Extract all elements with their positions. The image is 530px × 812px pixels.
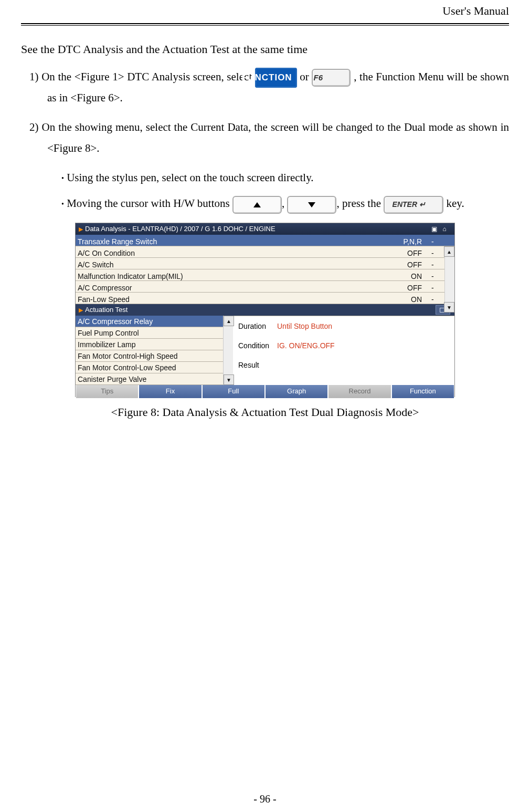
page: User's Manual See the DTC Analysis and t… [0, 0, 530, 812]
camera-icon[interactable]: ▣ [430, 225, 438, 233]
step-1: 1) On the <Figure 1> DTC Analysis screen… [21, 67, 509, 109]
table-row[interactable]: A/C Switch OFF - [76, 258, 454, 269]
result-label: Result [238, 358, 277, 372]
function-button[interactable]: FUNCTION [255, 68, 297, 88]
tab-tips[interactable]: Tips [76, 385, 139, 398]
arrow-up-icon [253, 202, 261, 207]
tab-graph[interactable]: Graph [265, 385, 328, 398]
duration-value: Until Stop Button [277, 319, 450, 334]
table-row[interactable]: Transaxle Range Switch P,N,R - [76, 235, 454, 246]
arrow-down-key[interactable] [287, 196, 336, 214]
scroll-down-button[interactable]: ▼ [224, 374, 234, 385]
tab-fix[interactable]: Fix [139, 385, 202, 398]
item-label: Canister Purge Valve [78, 372, 146, 387]
list-item[interactable]: Canister Purge Valve [76, 373, 232, 385]
scroll-up-button[interactable]: ▲ [224, 316, 234, 326]
arrow-down-icon [308, 202, 315, 207]
bullet-1: • Using the stylus pen, select on the to… [21, 168, 509, 189]
arrow-up-key[interactable] [232, 196, 282, 214]
result-value [277, 358, 450, 372]
titlebar-icons: ▣ ⌂ [430, 225, 454, 233]
data-rows-area: Transaxle Range Switch P,N,R - A/C On Co… [76, 235, 454, 304]
table-row[interactable]: A/C On Condition OFF - [76, 246, 454, 258]
actuation-area: A/C Compressor Relay Fuel Pump Control I… [76, 316, 454, 385]
scroll-up-button[interactable]: ▲ [444, 246, 454, 257]
bullet2-mid: , [282, 197, 288, 210]
row-name: Fan-Low Speed [78, 293, 383, 307]
bullet2-part1: Moving the cursor with H/W buttons [67, 197, 232, 210]
header-title: User's Manual [21, 0, 509, 24]
screenshot-figure8: ▶ Data Analysis - ELANTRA(HD) / 2007 / G… [75, 223, 455, 397]
screenshot-title: Data Analysis - ELANTRA(HD) / 2007 / G 1… [85, 223, 275, 236]
actuation-scrollbar[interactable]: ▲ ▼ [223, 316, 233, 385]
scroll-track[interactable] [224, 326, 233, 374]
actuation-info: Duration Until Stop Button Condition IG.… [233, 316, 454, 385]
intro-heading: See the DTC Analysis and the Actuation T… [21, 38, 509, 60]
bottom-tabs: Tips Fix Full Graph Record Function [76, 385, 454, 397]
figure-caption: <Figure 8: Data Analysis & Actuation Tes… [21, 401, 509, 423]
header-rule [21, 25, 509, 26]
row-value: ON [383, 293, 429, 307]
step1-part2: or [300, 70, 312, 83]
table-row[interactable]: Fan-Low Speed ON - [76, 293, 454, 304]
step1-part1: 1) On the <Figure 1> DTC Analysis screen… [29, 70, 255, 83]
tab-record[interactable]: Record [328, 385, 391, 398]
pin-icon[interactable]: ⌂ [441, 225, 448, 233]
page-number: - 96 - [0, 789, 530, 809]
bullet-dot-icon: • [61, 200, 64, 208]
bullet2-part2: , press the [336, 197, 384, 210]
f6-key[interactable]: F6 [312, 69, 351, 87]
bullet1-text: Using the stylus pen, select on the touc… [67, 171, 313, 184]
titlebar-marker-icon: ▶ [79, 224, 83, 235]
enter-key[interactable]: ENTER ↵ [384, 196, 443, 214]
step-2: 2) On the showing menu, select the Curre… [21, 117, 509, 159]
bullet2-part3: key. [447, 197, 464, 210]
tab-function[interactable]: Function [391, 385, 454, 398]
bullet-2: • Moving the cursor with H/W buttons , ,… [21, 193, 509, 214]
scroll-track[interactable] [444, 257, 454, 302]
duration-label: Duration [238, 319, 277, 334]
tab-full[interactable]: Full [202, 385, 265, 398]
scroll-down-button[interactable]: ▼ [444, 302, 454, 313]
screenshot-titlebar: ▶ Data Analysis - ELANTRA(HD) / 2007 / G… [76, 223, 454, 235]
bullet-dot-icon: • [61, 174, 64, 182]
actuation-list: A/C Compressor Relay Fuel Pump Control I… [76, 316, 233, 385]
table-row[interactable]: Malfunction Indicator Lamp(MIL) ON - [76, 269, 454, 281]
data-scrollbar[interactable]: ▲ ▼ [444, 246, 454, 313]
table-row[interactable]: A/C Compressor OFF - [76, 281, 454, 293]
condition-label: Condition [238, 339, 277, 353]
condition-value: IG. ON/ENG.OFF [277, 339, 450, 353]
